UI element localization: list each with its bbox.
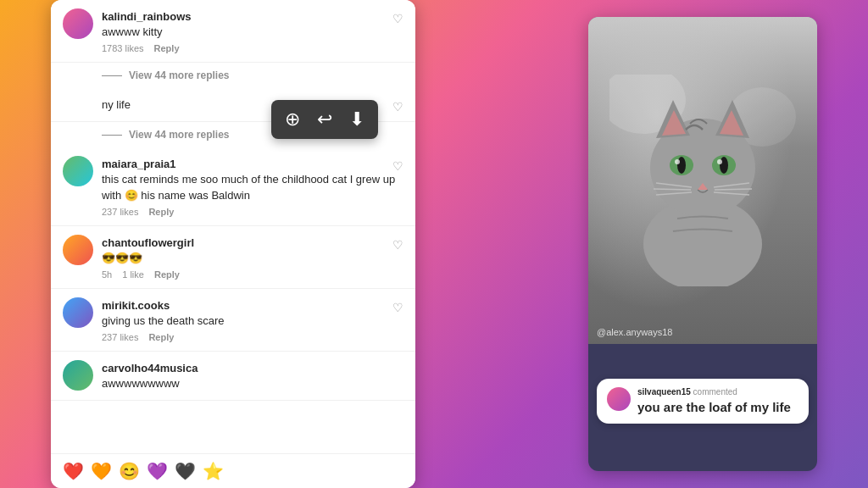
comment-likes: 237 likes bbox=[102, 332, 138, 342]
avatar bbox=[63, 297, 93, 328]
notif-avatar bbox=[607, 387, 631, 411]
comment-list: kalindi_rainbows awwww kitty 1783 likes … bbox=[51, 0, 415, 401]
emoji-orange-heart[interactable]: 🧡 bbox=[91, 461, 112, 481]
comment-username: carvolho44musica bbox=[102, 362, 198, 374]
notif-content: silvaqueen15 commented you are the loaf … bbox=[637, 387, 798, 416]
action-toolbar: ⊕ ↩ ⬇ bbox=[271, 100, 378, 139]
comment-username: maiara_praia1 bbox=[102, 158, 175, 170]
like-icon[interactable]: ♡ bbox=[392, 159, 403, 173]
comment-username: mirikit.cooks bbox=[102, 299, 170, 312]
emoji-star[interactable]: ⭐ bbox=[203, 461, 224, 481]
comment-text: awwww kitty bbox=[102, 25, 403, 40]
svg-line-16 bbox=[654, 189, 691, 190]
like-icon[interactable]: ♡ bbox=[392, 301, 403, 314]
photo-attribution: @alex.anyways18 bbox=[597, 327, 672, 337]
comment-item-4: mirikit.cooks giving us the death scare … bbox=[51, 289, 415, 352]
notif-username: silvaqueen15 bbox=[637, 387, 691, 396]
comment-text: giving us the death scare bbox=[102, 313, 403, 329]
svg-point-11 bbox=[720, 157, 728, 174]
comment-item: kalindi_rainbows awwww kitty 1783 likes … bbox=[51, 0, 415, 63]
emoji-heart[interactable]: ❤️ bbox=[63, 461, 84, 481]
comment-item-3: chantouflowergirl 😎😎😎 5h 1 like Reply ♡ bbox=[51, 226, 415, 289]
cat-illustration bbox=[588, 17, 817, 344]
comment-text: this cat reminds me soo much of the chil… bbox=[102, 172, 403, 202]
svg-point-12 bbox=[675, 159, 680, 164]
download-icon[interactable]: ⬇ bbox=[349, 108, 364, 130]
comment-meta: 1783 likes Reply bbox=[102, 43, 403, 53]
svg-line-19 bbox=[715, 189, 752, 190]
comment-likes: 237 likes bbox=[102, 207, 138, 217]
emoji-smile[interactable]: 😊 bbox=[119, 461, 140, 481]
avatar bbox=[63, 8, 93, 39]
comment-meta: 237 likes Reply bbox=[102, 332, 403, 342]
comment-content: kalindi_rainbows awwww kitty 1783 likes … bbox=[102, 8, 403, 53]
reply-icon[interactable]: ↩ bbox=[317, 108, 332, 130]
emoji-black-heart[interactable]: 🖤 bbox=[175, 461, 196, 481]
comment-content: maiara_praia1 this cat reminds me soo mu… bbox=[102, 156, 403, 216]
comment-meta: 237 likes Reply bbox=[102, 207, 403, 217]
notification-bubble: silvaqueen15 commented you are the loaf … bbox=[597, 379, 809, 424]
avatar bbox=[63, 156, 93, 186]
comment-reply-button[interactable]: Reply bbox=[148, 332, 174, 342]
avatar bbox=[63, 235, 93, 265]
comment-item-5: carvolho44musica awwwwwwwww bbox=[51, 352, 415, 401]
left-phone-panel: kalindi_rainbows awwww kitty 1783 likes … bbox=[51, 0, 415, 488]
notif-comment-text: you are the loaf of my life bbox=[637, 399, 798, 416]
comment-likes: 1 like bbox=[122, 269, 144, 280]
comment-text: awwwwwwwww bbox=[102, 376, 403, 391]
comment-likes: 1783 likes bbox=[102, 43, 144, 53]
cat-photo: @alex.anyways18 bbox=[588, 17, 817, 344]
notif-meta: silvaqueen15 commented bbox=[637, 387, 798, 396]
comment-username: kalindi_rainbows bbox=[102, 10, 191, 23]
comment-content: chantouflowergirl 😎😎😎 5h 1 like Reply bbox=[102, 235, 403, 280]
emoji-bar: ❤️ 🧡 😊 💜 🖤 ⭐ bbox=[51, 453, 415, 488]
comment-reply-button[interactable]: Reply bbox=[154, 43, 180, 53]
notif-action: commented bbox=[693, 387, 737, 396]
avatar bbox=[63, 360, 93, 391]
like-icon[interactable]: ♡ bbox=[392, 238, 403, 252]
emoji-purple-heart[interactable]: 💜 bbox=[147, 461, 168, 481]
comment-item-2: maiara_praia1 this cat reminds me soo mu… bbox=[51, 147, 415, 225]
comment-text: 😎😎😎 bbox=[102, 251, 403, 266]
like-icon[interactable]: ♡ bbox=[392, 100, 403, 114]
comment-content: mirikit.cooks giving us the death scare … bbox=[102, 297, 403, 342]
comment-time: 5h bbox=[102, 269, 112, 280]
svg-point-13 bbox=[717, 159, 722, 164]
comment-username: chantouflowergirl bbox=[102, 236, 194, 249]
comment-meta: 5h 1 like Reply bbox=[102, 269, 403, 280]
comment-content: carvolho44musica awwwwwwwww bbox=[102, 360, 403, 391]
comment-reply-button[interactable]: Reply bbox=[154, 269, 180, 280]
like-icon[interactable]: ♡ bbox=[392, 12, 403, 25]
add-icon[interactable]: ⊕ bbox=[285, 108, 300, 130]
view-more-replies[interactable]: View 44 more replies bbox=[51, 63, 415, 88]
right-phone-panel: @alex.anyways18 silvaqueen15 commented y… bbox=[588, 17, 817, 471]
svg-point-9 bbox=[677, 157, 686, 174]
comment-reply-button[interactable]: Reply bbox=[148, 207, 174, 217]
